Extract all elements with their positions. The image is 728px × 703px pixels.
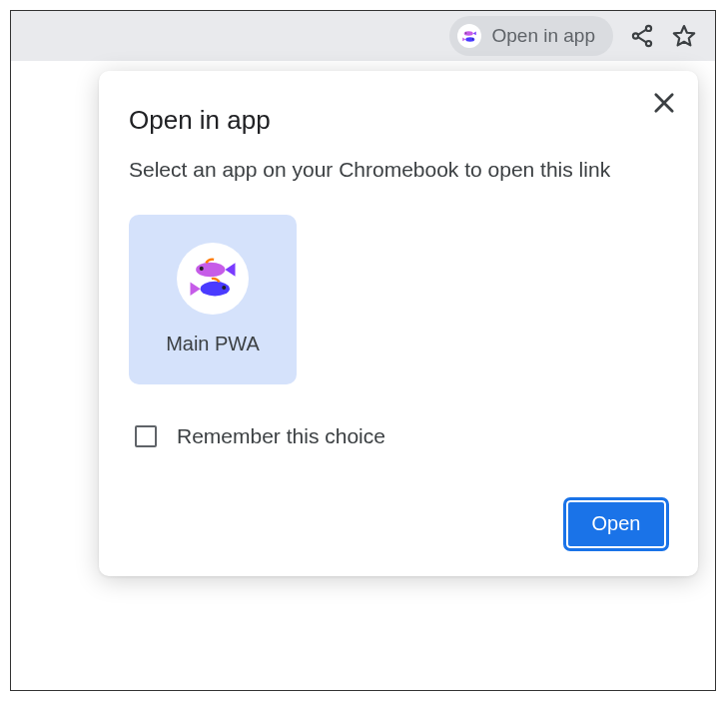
close-icon[interactable] (650, 89, 678, 117)
svg-line-10 (638, 37, 646, 42)
svg-marker-4 (463, 38, 466, 42)
share-icon[interactable] (629, 23, 655, 49)
svg-marker-17 (191, 282, 201, 296)
svg-point-18 (222, 286, 226, 290)
chip-label: Open in app (491, 25, 595, 47)
dialog-description: Select an app on your Chromebook to open… (129, 154, 648, 187)
svg-line-9 (638, 30, 646, 35)
chip-app-icon (457, 24, 481, 48)
app-icon (177, 243, 249, 315)
fish-icon (186, 252, 240, 306)
open-button-label: Open (592, 512, 641, 535)
svg-point-5 (472, 38, 473, 39)
open-in-app-chip[interactable]: Open in app (449, 16, 613, 56)
remember-label: Remember this choice (177, 424, 385, 448)
fish-icon (460, 27, 478, 45)
browser-toolbar: Open in app (11, 11, 715, 63)
svg-point-7 (633, 33, 638, 38)
svg-point-15 (200, 267, 204, 271)
app-list: Main PWA (129, 215, 668, 384)
svg-point-3 (466, 37, 475, 42)
star-icon[interactable] (671, 23, 697, 49)
remember-checkbox[interactable] (135, 425, 157, 447)
dialog-title: Open in app (129, 105, 668, 136)
svg-point-6 (646, 26, 651, 31)
app-option-main-pwa[interactable]: Main PWA (129, 215, 297, 384)
svg-point-0 (464, 31, 473, 36)
svg-point-8 (646, 41, 651, 46)
svg-point-2 (465, 32, 466, 33)
remember-choice-row: Remember this choice (129, 424, 668, 448)
svg-marker-14 (225, 263, 235, 277)
open-button[interactable]: Open (564, 498, 668, 550)
app-name-label: Main PWA (166, 333, 260, 355)
svg-marker-1 (473, 32, 476, 36)
open-in-app-dialog: Open in app Select an app on your Chrome… (99, 71, 698, 576)
dialog-actions: Open (129, 498, 668, 550)
screenshot-frame: Open in app Open in app Select an app on… (10, 10, 716, 691)
